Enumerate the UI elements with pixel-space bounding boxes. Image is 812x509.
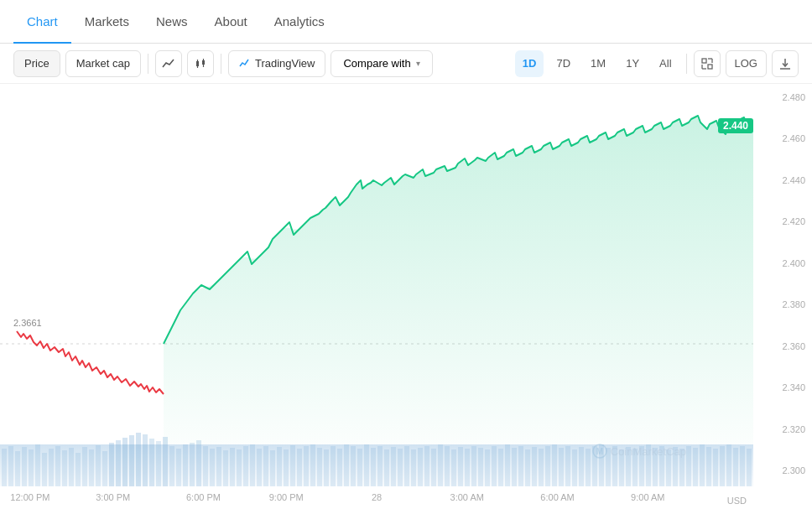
x-label-4: 28 bbox=[372, 492, 382, 502]
chart-toolbar: Price Market cap TradingView Compare wit… bbox=[0, 44, 812, 84]
svg-rect-54 bbox=[263, 446, 268, 486]
chevron-down-icon: ▾ bbox=[416, 59, 420, 68]
download-button[interactable] bbox=[772, 50, 799, 77]
svg-rect-22 bbox=[49, 449, 54, 486]
svg-rect-102 bbox=[586, 449, 591, 486]
x-label-0: 12:00 PM bbox=[10, 492, 49, 502]
divider-1 bbox=[148, 54, 148, 74]
tab-news[interactable]: News bbox=[143, 0, 201, 44]
period-all-button[interactable]: All bbox=[652, 50, 679, 77]
svg-rect-98 bbox=[559, 448, 564, 486]
svg-rect-93 bbox=[525, 449, 530, 486]
fullscreen-icon bbox=[701, 58, 713, 70]
svg-rect-48 bbox=[223, 450, 228, 486]
svg-rect-78 bbox=[424, 446, 429, 486]
svg-rect-66 bbox=[344, 444, 349, 486]
svg-rect-59 bbox=[297, 449, 302, 486]
svg-rect-84 bbox=[465, 449, 470, 486]
svg-rect-63 bbox=[324, 449, 329, 486]
svg-rect-15 bbox=[2, 449, 7, 486]
svg-rect-32 bbox=[116, 440, 121, 486]
svg-rect-95 bbox=[539, 449, 544, 486]
svg-rect-96 bbox=[545, 446, 550, 486]
svg-rect-101 bbox=[579, 447, 584, 486]
y-label-2: 2.440 bbox=[753, 175, 805, 185]
svg-rect-52 bbox=[250, 444, 255, 486]
svg-rect-68 bbox=[357, 449, 362, 486]
y-label-7: 2.340 bbox=[753, 382, 805, 392]
svg-rect-99 bbox=[565, 446, 570, 486]
svg-rect-67 bbox=[351, 446, 356, 486]
svg-rect-83 bbox=[458, 447, 463, 486]
tab-analytics[interactable]: Analytics bbox=[261, 0, 338, 44]
svg-rect-117 bbox=[686, 446, 691, 486]
svg-rect-124 bbox=[733, 448, 738, 486]
svg-rect-34 bbox=[129, 435, 134, 486]
tradingview-button[interactable]: TradingView bbox=[228, 50, 326, 77]
svg-rect-82 bbox=[451, 449, 456, 486]
candle-chart-icon bbox=[194, 57, 207, 70]
currency-label: USD bbox=[727, 496, 747, 506]
svg-rect-79 bbox=[431, 449, 436, 486]
svg-rect-45 bbox=[203, 446, 208, 486]
line-chart-icon bbox=[162, 57, 175, 70]
tab-markets[interactable]: Markets bbox=[71, 0, 143, 44]
svg-rect-76 bbox=[411, 449, 416, 486]
svg-rect-16 bbox=[8, 446, 13, 486]
period-1m-button[interactable]: 1M bbox=[583, 50, 613, 77]
svg-rect-49 bbox=[230, 448, 235, 486]
svg-rect-94 bbox=[532, 447, 537, 486]
y-label-4: 2.400 bbox=[753, 258, 805, 268]
svg-rect-73 bbox=[391, 447, 396, 486]
y-label-1: 2.460 bbox=[753, 133, 805, 143]
candle-chart-icon-button[interactable] bbox=[187, 50, 214, 77]
svg-rect-123 bbox=[726, 444, 731, 486]
chart-main: 2.3661 12:00 PM 3:00 PM 6:00 PM 9:00 PM … bbox=[0, 84, 753, 509]
svg-rect-53 bbox=[257, 449, 262, 486]
compare-with-button[interactable]: Compare with ▾ bbox=[331, 50, 432, 77]
nav-tabs: Chart Markets News About Analytics bbox=[0, 0, 812, 44]
x-label-2: 6:00 PM bbox=[186, 492, 221, 502]
tab-chart[interactable]: Chart bbox=[13, 0, 71, 44]
svg-rect-97 bbox=[552, 444, 557, 486]
chart-x-axis: 12:00 PM 3:00 PM 6:00 PM 9:00 PM 28 3:00… bbox=[0, 486, 753, 509]
marketcap-button[interactable]: Market cap bbox=[65, 50, 141, 77]
x-label-7: 9:00 AM bbox=[631, 492, 664, 502]
y-label-3: 2.420 bbox=[753, 216, 805, 226]
svg-rect-21 bbox=[42, 453, 47, 486]
svg-rect-87 bbox=[485, 449, 490, 486]
svg-rect-44 bbox=[196, 440, 201, 486]
divider-3 bbox=[686, 54, 687, 74]
svg-rect-81 bbox=[445, 446, 450, 486]
period-1y-button[interactable]: 1Y bbox=[618, 50, 647, 77]
svg-rect-0 bbox=[196, 61, 199, 66]
svg-rect-121 bbox=[713, 449, 718, 486]
svg-rect-35 bbox=[136, 433, 141, 486]
fullscreen-icon-button[interactable] bbox=[694, 50, 721, 77]
svg-rect-30 bbox=[102, 451, 107, 486]
period-7d-button[interactable]: 7D bbox=[549, 50, 578, 77]
svg-rect-70 bbox=[371, 448, 376, 486]
period-1d-button[interactable]: 1D bbox=[515, 50, 544, 77]
svg-rect-25 bbox=[69, 448, 74, 486]
svg-rect-119 bbox=[700, 444, 705, 486]
current-price-badge: 2.440 bbox=[718, 118, 753, 133]
svg-rect-42 bbox=[183, 444, 188, 486]
y-label-5: 2.380 bbox=[753, 299, 805, 309]
y-label-9: 2.300 bbox=[753, 465, 805, 475]
line-chart-icon-button[interactable] bbox=[155, 50, 182, 77]
svg-rect-122 bbox=[720, 446, 725, 486]
svg-rect-31 bbox=[109, 443, 114, 486]
svg-rect-3 bbox=[202, 60, 205, 65]
svg-rect-50 bbox=[237, 449, 242, 486]
cmc-watermark: M CoinMarketCap bbox=[592, 444, 686, 459]
x-label-6: 6:00 AM bbox=[540, 492, 574, 502]
svg-rect-92 bbox=[518, 446, 523, 486]
svg-rect-55 bbox=[270, 450, 275, 486]
chart-container: 2.3661 12:00 PM 3:00 PM 6:00 PM 9:00 PM … bbox=[0, 84, 812, 509]
price-button[interactable]: Price bbox=[13, 50, 60, 77]
tab-about[interactable]: About bbox=[201, 0, 261, 44]
svg-rect-47 bbox=[216, 447, 221, 486]
svg-rect-58 bbox=[290, 445, 295, 486]
log-button[interactable]: LOG bbox=[726, 50, 767, 77]
